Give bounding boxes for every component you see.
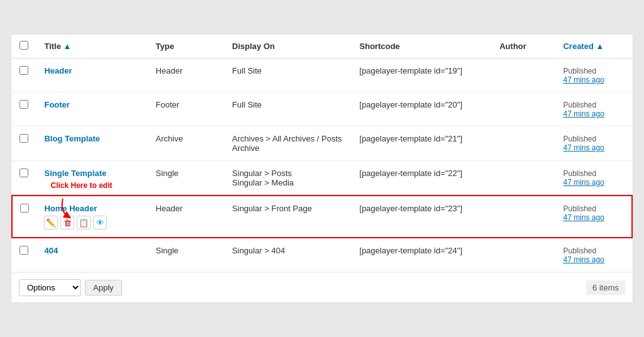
cell-display-on: Full Site <box>225 92 352 126</box>
cell-shortcode: [pagelayer-template id="19"] <box>352 58 492 92</box>
title-link[interactable]: 404 <box>44 246 58 255</box>
table-row: Click Here to editHome Header✏️🗑📋👁Header… <box>12 196 632 238</box>
row-checkbox[interactable] <box>20 204 29 213</box>
status-badge: Published <box>563 67 596 75</box>
footer-bar: Options Apply 6 items <box>11 272 633 302</box>
table-row: 404SingleSingular > 404[pagelayer-templa… <box>12 238 632 272</box>
row-checkbox[interactable] <box>19 168 28 177</box>
table-row: Single TemplateSingleSingular > Posts Si… <box>12 161 632 196</box>
cell-author <box>492 126 555 161</box>
cell-display-on: Singular > Posts Singular > Media <box>225 161 352 196</box>
row-checkbox[interactable] <box>19 246 28 255</box>
cell-author <box>492 92 555 126</box>
cell-shortcode: [pagelayer-template id="22"] <box>352 161 492 196</box>
cell-author <box>492 238 555 272</box>
cell-display-on: Singular > Front Page <box>225 196 352 238</box>
cell-display-on: Full Site <box>225 58 352 92</box>
row-checkbox[interactable] <box>19 66 28 75</box>
cell-shortcode: [pagelayer-template id="21"] <box>352 126 492 161</box>
edit-icon[interactable]: ✏️ <box>44 216 58 229</box>
title-link[interactable]: Blog Template <box>44 134 100 143</box>
table-row: HeaderHeaderFull Site[pagelayer-template… <box>12 58 632 92</box>
select-all-checkbox[interactable] <box>19 41 28 50</box>
time-ago[interactable]: 47 mins ago <box>563 213 624 222</box>
th-author: Author <box>492 35 555 58</box>
annotation-label: Click Here to edit <box>50 181 112 190</box>
status-badge: Published <box>563 135 596 143</box>
cell-created: Published47 mins ago <box>555 161 632 196</box>
apply-button[interactable]: Apply <box>85 280 122 296</box>
cell-author <box>492 58 555 92</box>
th-type: Type <box>148 35 225 58</box>
cell-author <box>492 161 555 196</box>
footer-left: Options Apply <box>19 279 122 296</box>
cell-type: Header <box>148 196 225 238</box>
status-badge: Published <box>563 169 596 178</box>
cell-created: Published47 mins ago <box>555 92 632 126</box>
cell-display-on: Archives > All Archives / Posts Archive <box>225 126 352 161</box>
status-badge: Published <box>563 204 596 213</box>
time-ago[interactable]: 47 mins ago <box>563 75 625 84</box>
time-ago[interactable]: 47 mins ago <box>563 143 625 152</box>
time-ago[interactable]: 47 mins ago <box>563 109 625 118</box>
cell-created: Published47 mins ago <box>555 58 632 92</box>
status-badge: Published <box>563 101 596 109</box>
cell-type: Archive <box>148 126 225 161</box>
cell-created: Published47 mins ago <box>555 196 632 238</box>
title-link[interactable]: Single Template <box>44 168 106 178</box>
time-ago[interactable]: 47 mins ago <box>563 255 625 264</box>
title-link[interactable]: Header <box>44 66 72 75</box>
time-ago[interactable]: 47 mins ago <box>563 178 625 187</box>
table-row: Blog TemplateArchiveArchives > All Archi… <box>12 126 632 161</box>
template-table-container: Title ▲ Type Display On Shortcode Author… <box>11 34 633 303</box>
cell-shortcode: [pagelayer-template id="23"] <box>352 196 492 238</box>
items-count: 6 items <box>586 280 625 295</box>
status-badge: Published <box>563 246 596 255</box>
row-checkbox[interactable] <box>19 134 28 143</box>
cell-created: Published47 mins ago <box>555 126 632 161</box>
th-created[interactable]: Created ▲ <box>555 35 632 58</box>
templates-table: Title ▲ Type Display On Shortcode Author… <box>11 35 633 272</box>
annotation-arrow-svg <box>57 199 82 221</box>
cell-created: Published47 mins ago <box>555 238 632 272</box>
table-row: FooterFooterFull Site[pagelayer-template… <box>12 92 632 126</box>
cell-shortcode: [pagelayer-template id="20"] <box>352 92 492 126</box>
th-display-on: Display On <box>225 35 352 58</box>
th-title[interactable]: Title ▲ <box>36 35 148 58</box>
cell-type: Single <box>148 161 225 196</box>
title-link[interactable]: Footer <box>44 100 69 109</box>
cell-display-on: Singular > 404 <box>225 238 352 272</box>
created-sort-arrow: ▲ <box>596 41 604 51</box>
view-icon[interactable]: 👁 <box>93 216 107 229</box>
cell-type: Footer <box>148 92 225 126</box>
cell-type: Header <box>148 58 225 92</box>
title-sort-arrow: ▲ <box>64 41 72 51</box>
th-shortcode: Shortcode <box>352 35 492 58</box>
th-checkbox <box>12 35 36 58</box>
cell-shortcode: [pagelayer-template id="24"] <box>352 238 492 272</box>
cell-type: Single <box>148 238 225 272</box>
cell-author <box>492 196 555 238</box>
row-checkbox[interactable] <box>19 100 28 109</box>
options-select[interactable]: Options <box>19 279 81 296</box>
